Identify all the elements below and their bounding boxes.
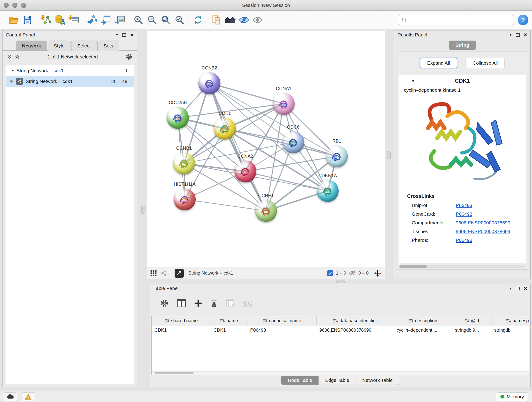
collapse-panel-icon[interactable]: ▾ (116, 32, 118, 37)
table-toolbar: f(x) (150, 293, 530, 310)
column-header-shared-name[interactable]: shared name (152, 316, 211, 325)
help-button[interactable]: ? (518, 15, 528, 25)
network-edge-CCNB2-CCNE1[interactable] (209, 83, 266, 211)
close-panel-icon[interactable]: × (524, 285, 527, 291)
tab-network-table[interactable]: Network Table (355, 376, 399, 385)
expand-all-button[interactable]: Expand All (420, 58, 457, 68)
table-settings-gear-icon[interactable] (160, 299, 169, 307)
float-panel-icon[interactable] (516, 33, 520, 37)
table-panel-title: Table Panel (153, 286, 179, 291)
network-node-HIST1H1A[interactable] (174, 188, 196, 211)
expand-all-icon[interactable] (14, 54, 20, 60)
network-node-CDK1[interactable] (214, 118, 236, 140)
network-edge-HIST1H1A-CCNE1[interactable] (185, 199, 266, 211)
network-node-CCNA1[interactable] (273, 93, 295, 115)
toolbar-search-input[interactable] (409, 17, 510, 23)
zoom-fit-button[interactable] (159, 12, 172, 27)
scrollbar-thumb[interactable] (155, 372, 194, 374)
network-collection-row[interactable]: ▾ String Network – cdk1 1 (6, 65, 134, 76)
column-header-name[interactable]: name (211, 316, 247, 325)
table-horizontal-scrollbar[interactable] (152, 371, 529, 375)
tab-style[interactable]: Style (48, 41, 71, 51)
zoom-selected-button[interactable] (172, 12, 186, 27)
crosslink-link[interactable]: P06493 (456, 237, 472, 243)
float-panel-icon[interactable] (516, 287, 520, 290)
crosslink-label: Tissues: (412, 229, 456, 234)
refresh-layout-button[interactable] (191, 12, 205, 27)
crosslink-link[interactable]: 9606.ENSP00000378699 (456, 229, 510, 234)
delete-column-icon[interactable] (210, 299, 218, 307)
collapse-panel-icon[interactable]: ▾ (510, 286, 512, 291)
tab-node-table[interactable]: Node Table (281, 376, 319, 385)
grid-view-icon[interactable] (150, 270, 157, 277)
gene-expander-icon[interactable]: ▾ (412, 79, 414, 83)
import-table-button[interactable] (67, 12, 80, 27)
collapse-panel-icon[interactable]: ▾ (510, 32, 512, 37)
network-canvas[interactable]: CCNB2 CCNA1 CDC25B CDK1 CDC6 RB1 CCNB1 C… (147, 31, 385, 267)
export-table-button[interactable] (99, 12, 113, 27)
zoom-out-button[interactable] (145, 12, 159, 27)
warnings-button[interactable] (22, 392, 35, 401)
column-header-database-identifier[interactable]: database identifier (317, 316, 394, 325)
network-node-RB1[interactable] (326, 145, 348, 167)
close-window-button[interactable] (4, 3, 9, 8)
show-panel-button[interactable] (251, 12, 265, 27)
minimize-window-button[interactable] (12, 3, 17, 8)
network-node-CDC25B[interactable] (167, 107, 189, 129)
clipboard-button[interactable] (210, 12, 223, 27)
hide-panel-button[interactable] (237, 12, 251, 27)
results-horizontal-scrollbar[interactable] (399, 265, 526, 268)
network-node-CDC6[interactable] (282, 131, 304, 153)
collapse-all-icon[interactable] (7, 54, 12, 60)
close-panel-icon[interactable]: × (524, 32, 527, 38)
table-panel-header: Table Panel ▾ × (150, 284, 530, 293)
tab-sets[interactable]: Sets (97, 41, 119, 51)
float-panel-icon[interactable] (122, 33, 126, 37)
toolbar-search[interactable] (399, 15, 513, 25)
crosslink-link[interactable]: P06493 (456, 211, 472, 217)
share-network-icon[interactable] (161, 270, 167, 276)
column-header--id[interactable]: @id (452, 316, 491, 325)
network-node-CDKN1A[interactable] (317, 180, 339, 202)
zoom-in-button[interactable] (131, 12, 145, 27)
tab-edge-table[interactable]: Edge Table (318, 376, 356, 385)
crosslink-link[interactable]: 9606.ENSP00000378699 (456, 220, 510, 225)
import-network-database-button[interactable] (53, 12, 67, 27)
open-in-browser-button[interactable] (175, 269, 184, 278)
export-network-button[interactable] (85, 12, 99, 27)
close-panel-icon[interactable]: × (130, 32, 133, 38)
network-node-CCNA2[interactable] (234, 160, 256, 182)
crosslink-link[interactable]: P06493 (456, 203, 472, 208)
horizontal-splitter-handle[interactable] (336, 281, 345, 283)
zoom-window-button[interactable] (21, 3, 26, 8)
gene-symbol: CDK1 (455, 78, 470, 84)
column-header-description[interactable]: description (394, 316, 452, 325)
network-options-gear-icon[interactable] (125, 53, 133, 61)
import-network-file-button[interactable] (39, 12, 53, 27)
pan-tool-icon[interactable] (374, 269, 381, 277)
network-row[interactable]: String Network – cdk1 11 48 (6, 76, 134, 87)
network-node-CCNB1[interactable] (173, 153, 195, 174)
scrollbar-thumb[interactable] (399, 265, 427, 268)
tab-select[interactable]: Select (71, 41, 97, 51)
export-image-button[interactable] (113, 12, 127, 27)
save-session-button[interactable] (21, 12, 34, 27)
tab-string[interactable]: String (449, 41, 476, 50)
tab-network[interactable]: Network (16, 41, 47, 51)
vertical-splitter-handle[interactable] (141, 206, 145, 214)
vertical-splitter-handle[interactable] (387, 151, 391, 159)
home-button[interactable] (223, 12, 237, 27)
open-session-button[interactable] (7, 12, 21, 27)
table-row[interactable]: CDK1CDK1P064939606.ENSP00000378699cyclin… (152, 325, 529, 335)
collapse-all-button[interactable]: Collapse All (466, 58, 505, 68)
column-header-namespace[interactable]: namespace (491, 316, 529, 325)
offline-cloud-button[interactable] (4, 392, 17, 401)
network-node-CCNB2[interactable] (198, 72, 220, 94)
tree-expander-icon[interactable]: ▾ (12, 68, 14, 73)
selected-checkbox[interactable] (327, 270, 333, 276)
memory-button[interactable]: Memory (496, 392, 528, 401)
network-node-CCNE1[interactable] (255, 200, 277, 222)
column-header-canonical-name[interactable]: canonical name (247, 316, 317, 325)
show-columns-icon[interactable] (177, 299, 186, 307)
add-column-icon[interactable] (194, 299, 202, 307)
